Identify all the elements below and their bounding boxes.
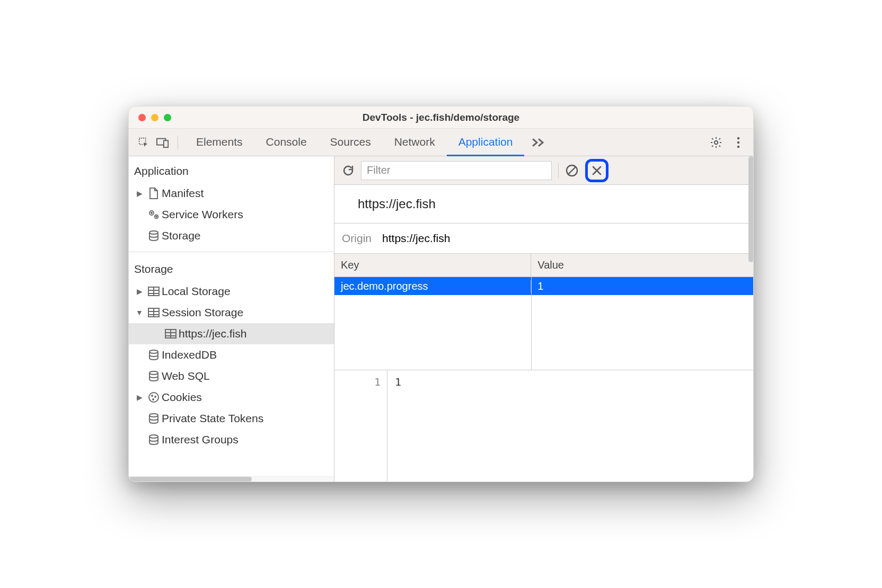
divider xyxy=(178,136,178,149)
file-icon xyxy=(146,187,162,200)
svg-point-9 xyxy=(155,215,158,219)
sidebar-item-storage[interactable]: ▶ Storage xyxy=(129,225,334,246)
sidebar-item-session-storage-origin[interactable]: ▶ https://jec.fish xyxy=(129,323,334,344)
database-icon xyxy=(146,413,162,424)
origin-row: Origin https://jec.fish xyxy=(334,224,753,254)
svg-point-15 xyxy=(149,350,158,353)
table-header: Key Value xyxy=(334,254,753,277)
svg-point-10 xyxy=(156,216,157,217)
refresh-icon[interactable] xyxy=(342,164,355,177)
zoom-window-icon[interactable] xyxy=(164,114,171,121)
more-tabs-icon[interactable] xyxy=(526,137,551,148)
svg-point-8 xyxy=(151,212,152,213)
column-header-key[interactable]: Key xyxy=(334,254,531,277)
svg-point-22 xyxy=(149,435,158,438)
origin-value: https://jec.fish xyxy=(382,232,450,245)
sidebar-item-label: Service Workers xyxy=(162,208,243,221)
svg-point-20 xyxy=(153,399,154,400)
sidebar-item-label: Storage xyxy=(162,229,201,242)
cell-key[interactable]: jec.demo.progress xyxy=(334,280,531,292)
delete-selected-icon[interactable] xyxy=(591,165,603,176)
tab-application[interactable]: Application xyxy=(447,129,525,156)
sidebar-item-label: Local Storage xyxy=(162,285,231,298)
close-window-icon[interactable] xyxy=(138,114,146,121)
origin-label: Origin xyxy=(342,232,372,245)
cookie-icon xyxy=(146,391,162,403)
application-sidebar: Application ▶ Manifest ▶ Service Workers xyxy=(129,156,334,482)
tab-sources[interactable]: Sources xyxy=(319,129,383,156)
storage-table: Key Value jec.demo.progress 1 xyxy=(334,254,753,370)
sidebar-item-websql[interactable]: ▶ Web SQL xyxy=(129,366,334,387)
table-row[interactable]: jec.demo.progress 1 xyxy=(334,277,753,295)
svg-point-11 xyxy=(149,231,158,234)
kebab-menu-icon[interactable] xyxy=(730,134,747,151)
table-body: jec.demo.progress 1 xyxy=(334,277,753,370)
storage-detail-pane: https://jec.fish Origin https://jec.fish… xyxy=(334,156,753,482)
panel-tabbar: Elements Console Sources Network Applica… xyxy=(129,129,753,156)
database-icon xyxy=(146,370,162,382)
sidebar-item-label: IndexedDB xyxy=(162,349,217,361)
table-icon xyxy=(146,286,162,297)
sidebar-item-label: Private State Tokens xyxy=(162,412,263,425)
svg-point-16 xyxy=(149,371,158,375)
database-icon xyxy=(146,434,162,446)
value-preview: 1 1 xyxy=(334,370,753,482)
device-toolbar-icon[interactable] xyxy=(154,134,171,151)
filter-input[interactable] xyxy=(361,161,552,180)
chevron-right-icon: ▶ xyxy=(133,189,146,198)
tab-console[interactable]: Console xyxy=(254,129,319,156)
chevron-right-icon: ▶ xyxy=(133,393,146,402)
column-header-value[interactable]: Value xyxy=(531,254,753,277)
sidebar-item-cookies[interactable]: ▶ Cookies xyxy=(129,387,334,408)
svg-point-17 xyxy=(149,393,158,402)
section-heading-application: Application xyxy=(129,156,334,183)
window-controls xyxy=(138,114,171,121)
divider xyxy=(558,163,559,178)
titlebar: DevTools - jec.fish/demo/storage xyxy=(129,106,753,129)
sidebar-item-label: https://jec.fish xyxy=(179,327,246,340)
cell-value[interactable]: 1 xyxy=(531,280,753,292)
storage-toolbar xyxy=(334,156,753,185)
section-heading-storage: Storage xyxy=(129,254,334,281)
chevron-down-icon: ▼ xyxy=(133,308,146,317)
tab-elements[interactable]: Elements xyxy=(184,129,254,156)
database-icon xyxy=(146,230,162,242)
svg-point-3 xyxy=(715,140,718,144)
tab-network[interactable]: Network xyxy=(383,129,447,156)
horizontal-scrollbar[interactable] xyxy=(129,476,334,482)
panel-tabs: Elements Console Sources Network Applica… xyxy=(184,129,524,156)
svg-rect-2 xyxy=(164,140,168,147)
preview-line-number: 1 xyxy=(334,370,387,482)
sidebar-item-label: Session Storage xyxy=(162,306,243,319)
sidebar-item-label: Cookies xyxy=(162,391,202,404)
svg-point-5 xyxy=(737,141,739,143)
chevron-right-icon: ▶ xyxy=(133,287,146,296)
sidebar-item-indexeddb[interactable]: ▶ IndexedDB xyxy=(129,344,334,366)
clear-all-icon[interactable] xyxy=(565,164,579,177)
gears-icon xyxy=(146,209,162,220)
vertical-scrollbar[interactable] xyxy=(748,156,754,262)
sidebar-item-label: Web SQL xyxy=(162,370,210,382)
table-icon xyxy=(163,328,179,339)
sidebar-item-private-state-tokens[interactable]: ▶ Private State Tokens xyxy=(129,408,334,429)
svg-point-19 xyxy=(155,396,156,397)
sidebar-item-local-storage[interactable]: ▶ Local Storage xyxy=(129,281,334,302)
sidebar-item-interest-groups[interactable]: ▶ Interest Groups xyxy=(129,429,334,450)
inspect-element-icon[interactable] xyxy=(135,134,152,151)
preview-content: 1 xyxy=(387,370,409,482)
table-icon xyxy=(146,307,162,318)
sidebar-item-label: Manifest xyxy=(162,187,204,200)
delete-selected-button-highlight xyxy=(585,159,608,182)
database-icon xyxy=(146,349,162,361)
window-title: DevTools - jec.fish/demo/storage xyxy=(129,112,753,123)
sidebar-item-label: Interest Groups xyxy=(162,433,239,446)
svg-point-21 xyxy=(149,414,158,417)
sidebar-item-service-workers[interactable]: ▶ Service Workers xyxy=(129,204,334,225)
sidebar-item-manifest[interactable]: ▶ Manifest xyxy=(129,183,334,204)
settings-gear-icon[interactable] xyxy=(708,134,725,151)
sidebar-item-session-storage[interactable]: ▼ Session Storage xyxy=(129,302,334,323)
svg-point-18 xyxy=(152,395,153,396)
svg-point-7 xyxy=(149,211,154,215)
minimize-window-icon[interactable] xyxy=(151,114,158,121)
divider xyxy=(129,252,334,252)
